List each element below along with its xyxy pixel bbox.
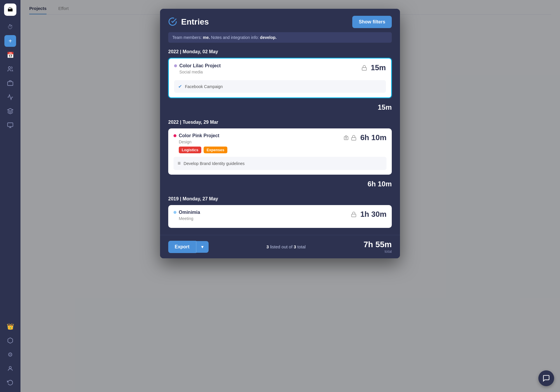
entry-project-row-1: Color Lilac Project [174,63,361,68]
show-filters-button[interactable]: Show filters [352,16,392,28]
entry-card-1[interactable]: Color Lilac Project Social media 15m ✔ F… [168,58,392,98]
entry-top-3: Ominimia Meeting 1h 30m [174,210,386,223]
svg-point-0 [8,67,11,69]
tag-expenses: Expenses [204,147,227,153]
entry-left-1: Color Lilac Project Social media [174,63,361,77]
sidebar: 🏔 ⏱ + 📅 👑 ⚙ [0,0,20,392]
modal-header: Entries Show filters [160,9,400,28]
svg-rect-8 [346,135,347,137]
entry-right-3: 1h 30m [351,210,386,219]
section-total-2: 6h 10m [168,177,392,190]
svg-rect-3 [8,123,13,127]
modal-body: 2022 | Monday, 02 May Color Lilac Projec… [160,43,400,235]
receipt-icon [343,135,349,141]
entry-duration-1: 15m [371,63,386,72]
svg-rect-1 [8,82,13,85]
sidebar-icon-history[interactable] [4,377,16,388]
export-dropdown-button[interactable]: ▼ [196,241,209,253]
sidebar-icon-layers[interactable] [4,105,16,117]
task-row-2: ≡ Develop Brand Identity guidelines [174,157,386,170]
entry-project-row-2: Color Pink Project [174,133,343,138]
footer-count-listed: 3 [266,244,269,249]
entry-icons-2 [343,135,357,141]
sidebar-icon-crown[interactable]: 👑 [4,321,16,332]
export-btn-group: Export ▼ [168,241,209,253]
entry-right-1: 15m [361,63,386,72]
svg-rect-7 [362,68,366,70]
project-name-2: Color Pink Project [179,133,219,138]
footer-total-duration: 7h 55m [364,240,392,249]
entry-tags-2: Logistics Expenses [179,147,343,153]
lock-icon-3 [351,212,357,217]
svg-rect-11 [352,137,356,140]
modal-footer: Export ▼ 3 listed out of 3 total 7h 55m … [160,235,400,258]
footer-total-group: 7h 55m total [364,240,392,254]
sidebar-icon-chart[interactable] [4,91,16,103]
entry-duration-3: 1h 30m [360,210,386,219]
lock-icon-1 [361,65,367,71]
sidebar-icon-plus[interactable]: + [4,35,16,47]
sidebar-icon-clock[interactable]: ⏱ [4,21,16,33]
sidebar-icon-calendar[interactable]: 📅 [4,49,16,61]
entry-left-3: Ominimia Meeting [174,210,351,223]
info-develop: develop. [260,35,277,40]
info-me: me. [203,35,210,40]
sidebar-icon-cube[interactable] [4,335,16,346]
sidebar-icon-profile[interactable] [4,363,16,374]
export-button[interactable]: Export [168,241,196,253]
project-name-1: Color Lilac Project [179,63,221,68]
info-prefix: Team members: [172,35,203,40]
entry-category-2: Design [179,140,343,144]
task-check-icon-1: ✔ [178,84,182,89]
tag-logistics: Logistics [179,147,201,153]
section-total-1: 15m [168,100,392,113]
entry-top-2: Color Pink Project Design Logistics Expe… [174,133,386,153]
date-label-2: 2022 | Tuesday, 29 Mar [168,120,392,125]
project-dot-1 [174,64,177,67]
modal-title-group: Entries [168,17,209,27]
entry-icons-1 [361,65,367,71]
entry-card-3[interactable]: Ominimia Meeting 1h 30m [168,205,392,228]
entry-top-1: Color Lilac Project Social media 15m [174,63,386,77]
project-dot-2 [174,134,176,137]
sidebar-icon-monitor[interactable] [4,119,16,131]
entry-duration-2: 6h 10m [360,133,386,142]
project-dot-3 [174,211,176,214]
chat-bubble[interactable] [538,370,554,386]
task-text-2: Develop Brand Identity guidelines [184,161,245,166]
info-bar: Team members: me. Notes and integration … [168,32,392,43]
svg-rect-12 [352,214,356,217]
lock-icon-2 [351,135,357,141]
date-section-1: 2022 | Monday, 02 May Color Lilac Projec… [168,49,392,113]
task-row-1: ✔ Facebook Campaign [174,80,386,93]
svg-marker-2 [8,109,13,111]
date-section-2: 2022 | Tuesday, 29 Mar Color Pink Projec… [168,120,392,190]
entries-icon [168,17,178,27]
date-label-3: 2019 | Monday, 27 May [168,196,392,202]
task-text-1: Facebook Campaign [185,84,223,89]
footer-total-label: total [364,249,392,254]
entry-category-1: Social media [179,70,361,74]
entry-category-3: Meeting [179,216,351,221]
modal-title: Entries [181,17,209,27]
svg-point-6 [9,367,11,369]
sidebar-icon-team[interactable] [4,63,16,75]
entry-icons-3 [351,212,357,217]
entry-project-row-3: Ominimia [174,210,351,215]
task-text-icon-2: ≡ [178,160,181,166]
entry-card-2[interactable]: Color Pink Project Design Logistics Expe… [168,128,392,175]
info-notes: Notes and integration info: [210,35,260,40]
sidebar-icon-settings[interactable]: ⚙ [4,349,16,360]
app-logo[interactable]: 🏔 [4,4,16,16]
entry-left-2: Color Pink Project Design Logistics Expe… [174,133,343,153]
sidebar-icon-briefcase[interactable] [4,77,16,89]
footer-count-total: 3 [294,244,296,249]
footer-count: 3 listed out of 3 total [266,244,305,249]
date-section-3: 2019 | Monday, 27 May Ominimia Meeting [168,196,392,228]
project-name-3: Ominimia [179,210,200,215]
entries-modal: Entries Show filters Team members: me. N… [160,9,400,258]
entry-right-2: 6h 10m [343,133,386,142]
footer-count-total-label: total [297,244,305,249]
date-label-1: 2022 | Monday, 02 May [168,49,392,54]
footer-count-text: listed out of [270,244,294,249]
